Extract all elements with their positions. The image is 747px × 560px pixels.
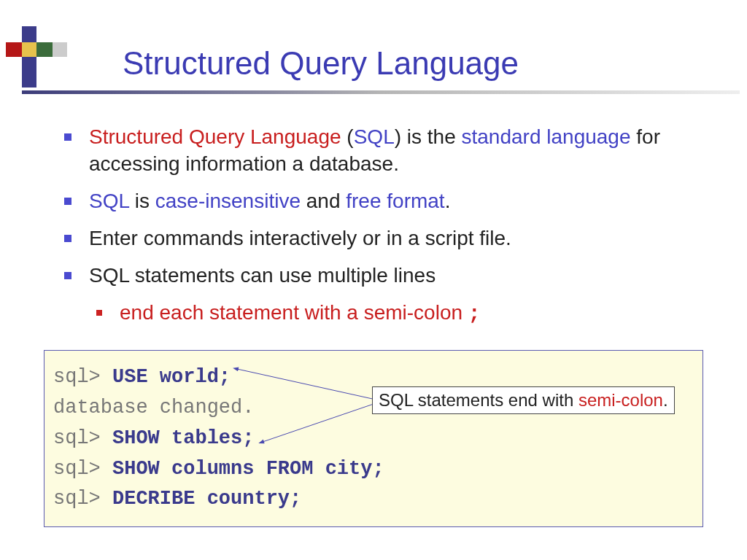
slide-content: Structured Query Language (SQL) is the s… — [54, 124, 718, 338]
sub-bullet-1: end each statement with a semi-colon ; — [54, 300, 718, 328]
text-sql-full: Structured Query Language — [89, 125, 341, 148]
bullet-2: SQL is case-insensitive and free format. — [54, 188, 718, 215]
text-sql-abbr: SQL — [354, 125, 395, 148]
slide-title: Structured Query Language — [123, 45, 725, 82]
code-line-4: sql> SHOW columns FROM city; — [53, 454, 694, 485]
text-std-lang: standard language — [462, 125, 631, 148]
code-line-3: sql> SHOW tables; — [53, 424, 694, 454]
bullet-4: SQL statements can use multiple lines — [54, 262, 718, 289]
code-line-5: sql> DECRIBE country; — [53, 484, 694, 515]
bullet-1: Structured Query Language (SQL) is the s… — [54, 124, 718, 178]
code-box: sql> USE world; database changed. sql> S… — [44, 350, 703, 527]
bullet-3: Enter commands interactively or in a scr… — [54, 225, 718, 252]
title-row: Structured Query Language — [123, 45, 725, 85]
callout-box: SQL statements end with semi-colon. — [372, 386, 675, 414]
title-underline — [22, 90, 740, 94]
